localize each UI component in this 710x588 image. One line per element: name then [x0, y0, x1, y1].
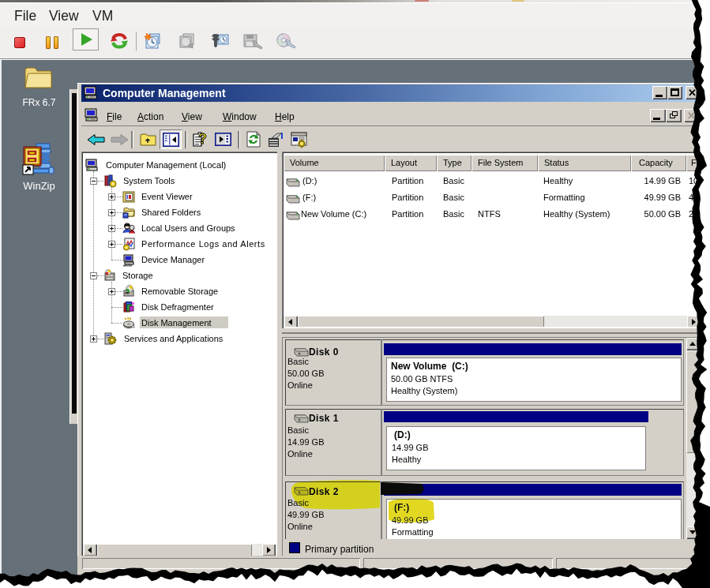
svg-text:?: ?	[198, 131, 207, 147]
